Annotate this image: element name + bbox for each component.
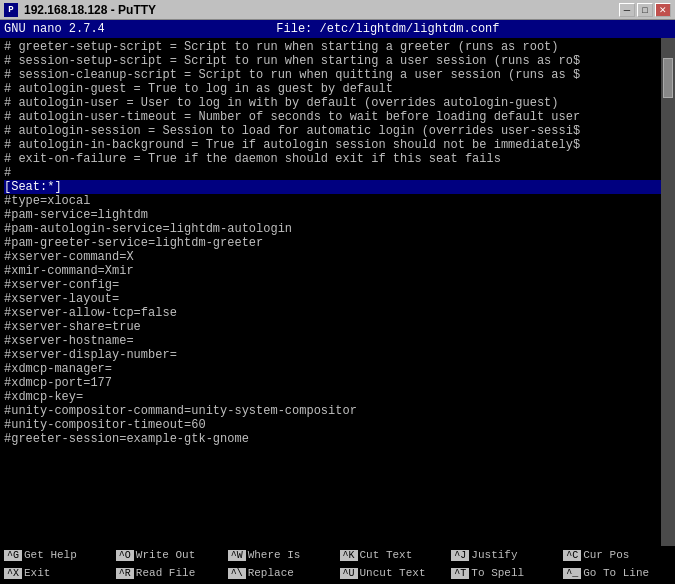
putty-icon: P <box>4 3 18 17</box>
shortcut-key: ^G <box>4 550 22 561</box>
shortcut-label: Justify <box>471 549 517 561</box>
shortcut-key: ^X <box>4 568 22 579</box>
shortcut-label: Exit <box>24 567 50 579</box>
content-line: #xserver-config= <box>4 278 671 292</box>
shortcut-item[interactable]: ^JJustify <box>449 546 561 564</box>
shortcut-key: ^W <box>228 550 246 561</box>
content-line: #xserver-share=true <box>4 320 671 334</box>
title-bar: P 192.168.18.128 - PuTTY ─ □ ✕ <box>0 0 675 20</box>
content-line: #pam-autologin-service=lightdm-autologin <box>4 222 671 236</box>
content-line: #unity-compositor-timeout=60 <box>4 418 671 432</box>
shortcut-key: ^\ <box>228 568 246 579</box>
shortcut-label: Get Help <box>24 549 77 561</box>
nano-footer: ^GGet Help^OWrite Out^WWhere Is^KCut Tex… <box>0 546 675 584</box>
shortcut-bar-row1: ^GGet Help^OWrite Out^WWhere Is^KCut Tex… <box>0 546 675 564</box>
scrollbar[interactable] <box>661 38 675 546</box>
nano-header: GNU nano 2.7.4 File: /etc/lightdm/lightd… <box>0 20 675 38</box>
shortcut-key: ^C <box>563 550 581 561</box>
shortcut-item[interactable]: ^KCut Text <box>338 546 450 564</box>
shortcut-label: Where Is <box>248 549 301 561</box>
content-line: # exit-on-failure = True if the daemon s… <box>4 152 671 166</box>
content-line: # session-setup-script = Script to run w… <box>4 54 671 68</box>
nano-version: GNU nano 2.7.4 <box>4 22 105 36</box>
shortcut-item[interactable]: ^WWhere Is <box>226 546 338 564</box>
content-line: #pam-service=lightdm <box>4 208 671 222</box>
content-line: #xdmcp-key= <box>4 390 671 404</box>
scrollbar-thumb[interactable] <box>663 58 673 98</box>
shortcut-key: ^_ <box>563 568 581 579</box>
shortcut-item[interactable]: ^_Go To Line <box>561 564 673 582</box>
content-line: #xserver-display-number= <box>4 348 671 362</box>
content-line: # autologin-in-background = True if auto… <box>4 138 671 152</box>
shortcut-item[interactable]: ^GGet Help <box>2 546 114 564</box>
shortcut-label: Cur Pos <box>583 549 629 561</box>
content-area[interactable]: # greeter-setup-script = Script to run w… <box>0 38 675 546</box>
content-line: #xdmcp-port=177 <box>4 376 671 390</box>
content-line: # greeter-setup-script = Script to run w… <box>4 40 671 54</box>
content-line: #pam-greeter-service=lightdm-greeter <box>4 236 671 250</box>
shortcut-key: ^O <box>116 550 134 561</box>
shortcut-key: ^T <box>451 568 469 579</box>
content-line: #xserver-hostname= <box>4 334 671 348</box>
shortcut-key: ^K <box>340 550 358 561</box>
shortcut-key: ^U <box>340 568 358 579</box>
content-line: # autologin-user = User to log in with b… <box>4 96 671 110</box>
shortcut-label: Uncut Text <box>360 567 426 579</box>
shortcut-item[interactable]: ^UUncut Text <box>338 564 450 582</box>
content-line: #unity-compositor-command=unity-system-c… <box>4 404 671 418</box>
shortcut-bar-row2: ^XExit^RRead File^\Replace^UUncut Text^T… <box>0 564 675 582</box>
content-line: #xmir-command=Xmir <box>4 264 671 278</box>
content-line: #greeter-session=example-gtk-gnome <box>4 432 671 446</box>
shortcut-item[interactable]: ^TTo Spell <box>449 564 561 582</box>
content-line: [Seat:*] <box>4 180 671 194</box>
content-line: #xserver-allow-tcp=false <box>4 306 671 320</box>
content-line: #xdmcp-manager= <box>4 362 671 376</box>
content-line: #xserver-command=X <box>4 250 671 264</box>
shortcut-label: Read File <box>136 567 195 579</box>
shortcut-item[interactable]: ^XExit <box>2 564 114 582</box>
window-title: 192.168.18.128 - PuTTY <box>24 3 156 17</box>
lines-container: # greeter-setup-script = Script to run w… <box>4 40 671 446</box>
content-line: # autologin-guest = True to log in as gu… <box>4 82 671 96</box>
shortcut-label: Replace <box>248 567 294 579</box>
shortcut-label: Go To Line <box>583 567 649 579</box>
content-line: # autologin-session = Session to load fo… <box>4 124 671 138</box>
content-line: # session-cleanup-script = Script to run… <box>4 68 671 82</box>
shortcut-item[interactable]: ^\Replace <box>226 564 338 582</box>
terminal: GNU nano 2.7.4 File: /etc/lightdm/lightd… <box>0 20 675 584</box>
shortcut-key: ^R <box>116 568 134 579</box>
shortcut-item[interactable]: ^RRead File <box>114 564 226 582</box>
shortcut-item[interactable]: ^OWrite Out <box>114 546 226 564</box>
shortcut-label: Write Out <box>136 549 195 561</box>
title-buttons: ─ □ ✕ <box>619 3 671 17</box>
shortcut-item[interactable]: ^CCur Pos <box>561 546 673 564</box>
minimize-button[interactable]: ─ <box>619 3 635 17</box>
shortcut-label: To Spell <box>471 567 524 579</box>
close-button[interactable]: ✕ <box>655 3 671 17</box>
nano-filename: File: /etc/lightdm/lightdm.conf <box>276 22 499 36</box>
content-line: # <box>4 166 671 180</box>
content-line: #xserver-layout= <box>4 292 671 306</box>
maximize-button[interactable]: □ <box>637 3 653 17</box>
content-line: # autologin-user-timeout = Number of sec… <box>4 110 671 124</box>
content-line: #type=xlocal <box>4 194 671 208</box>
title-bar-left: P 192.168.18.128 - PuTTY <box>4 3 156 17</box>
shortcut-label: Cut Text <box>360 549 413 561</box>
shortcut-key: ^J <box>451 550 469 561</box>
